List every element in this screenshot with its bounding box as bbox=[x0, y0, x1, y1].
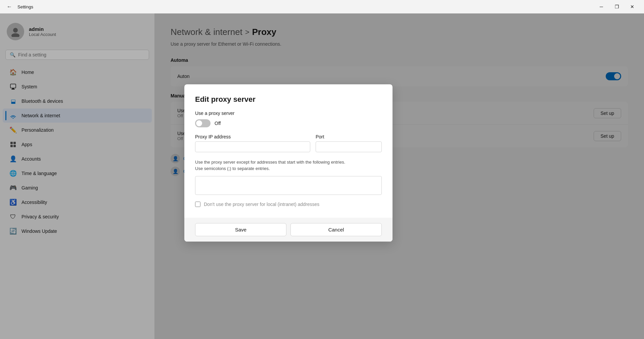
cancel-button[interactable]: Cancel bbox=[290, 223, 382, 236]
port-input[interactable] bbox=[316, 141, 382, 152]
edit-proxy-dialog: Edit proxy server Use a proxy server Off… bbox=[184, 84, 393, 242]
dialog-body: Edit proxy server Use a proxy server Off… bbox=[184, 84, 393, 218]
close-button[interactable]: ✕ bbox=[625, 0, 640, 13]
proxy-toggle-label: Use a proxy server bbox=[195, 111, 382, 116]
port-field-group: Port bbox=[316, 134, 382, 152]
local-addresses-label: Don't use the proxy server for local (in… bbox=[204, 202, 319, 207]
ip-port-row: Proxy IP address Port bbox=[195, 134, 382, 152]
toggle-state-label: Off bbox=[215, 121, 221, 126]
titlebar: ← Settings ─ ❐ ✕ bbox=[0, 0, 644, 13]
exceptions-textarea[interactable] bbox=[195, 176, 382, 195]
port-label: Port bbox=[316, 134, 382, 139]
modal-overlay: Edit proxy server Use a proxy server Off… bbox=[0, 13, 644, 339]
dialog-title: Edit proxy server bbox=[195, 95, 382, 104]
proxy-ip-label: Proxy IP address bbox=[195, 134, 310, 139]
hint-text: Use the proxy server except for addresse… bbox=[195, 159, 382, 172]
save-button[interactable]: Save bbox=[195, 223, 286, 236]
proxy-toggle[interactable] bbox=[195, 119, 211, 127]
restore-button[interactable]: ❐ bbox=[609, 0, 625, 13]
back-button[interactable]: ← bbox=[4, 2, 15, 11]
dialog-footer: Save Cancel bbox=[184, 218, 393, 242]
local-addresses-checkbox-row: Don't use the proxy server for local (in… bbox=[195, 202, 382, 207]
minimize-button[interactable]: ─ bbox=[594, 0, 609, 13]
window-controls: ─ ❐ ✕ bbox=[594, 0, 640, 13]
proxy-ip-input[interactable] bbox=[195, 141, 310, 152]
proxy-toggle-row: Off bbox=[195, 119, 382, 127]
app-title: Settings bbox=[17, 4, 33, 9]
local-addresses-checkbox[interactable] bbox=[195, 202, 200, 207]
proxy-ip-field-group: Proxy IP address bbox=[195, 134, 310, 152]
